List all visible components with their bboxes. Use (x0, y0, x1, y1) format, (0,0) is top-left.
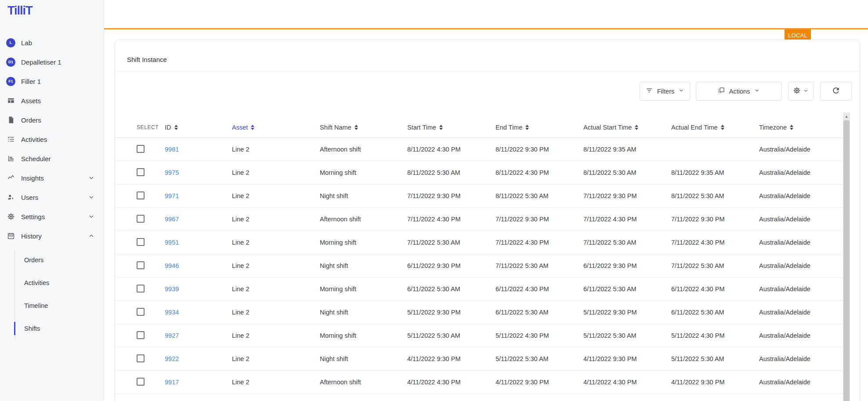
table-row: 9971 Line 2 Night shift 7/11/2022 9:30 P… (115, 184, 843, 208)
column-header-timezone[interactable]: Timezone (759, 124, 843, 131)
scrollbar-up-button[interactable]: ▲ (843, 112, 850, 120)
column-header-label: End Time (495, 124, 522, 131)
column-header-actual-end-time[interactable]: Actual End Time (671, 124, 759, 131)
subnav-item-label: Orders (24, 256, 43, 264)
row-select-cell (137, 331, 165, 340)
sidebar-item-filler-1[interactable]: F1 Filler 1 (0, 72, 104, 91)
page-title: Shift Instance (127, 56, 167, 63)
sort-icon (635, 125, 638, 130)
shift-id-link[interactable]: 9975 (165, 169, 179, 176)
sidebar-item-users[interactable]: Users (0, 188, 104, 207)
row-select-cell (137, 215, 165, 224)
sidebar-item-scheduler[interactable]: Scheduler (0, 149, 104, 168)
row-checkbox[interactable] (137, 285, 145, 293)
column-header-id[interactable]: ID (165, 124, 232, 131)
column-header-start-time[interactable]: Start Time (407, 124, 495, 131)
row-timezone-cell: Australia/Adelaide (759, 239, 843, 246)
row-checkbox[interactable] (137, 145, 145, 153)
row-actual-start-time-cell: 5/11/2022 5:30 AM (583, 332, 671, 339)
table-row: 9934 Line 2 Night shift 5/11/2022 9:30 P… (115, 301, 843, 324)
shift-id-link[interactable]: 9922 (165, 355, 179, 362)
table-row: 9922 Line 2 Night shift 4/11/2022 9:30 P… (115, 347, 843, 371)
sidebar-item-activities[interactable]: Activities (0, 130, 104, 149)
column-header-label: Shift Name (320, 124, 351, 131)
table-settings-button[interactable] (788, 82, 814, 101)
row-start-time-cell: 4/11/2022 9:30 PM (407, 355, 495, 362)
shift-id-link[interactable]: 9917 (165, 379, 179, 386)
sidebar-item-assets[interactable]: Assets (0, 91, 104, 110)
shift-id-link[interactable]: 9967 (165, 216, 179, 223)
shift-id-link[interactable]: 9939 (165, 285, 179, 293)
actions-button[interactable]: Actions (696, 82, 781, 101)
row-timezone-cell: Australia/Adelaide (759, 285, 843, 293)
sidebar-item-settings[interactable]: Settings (0, 207, 104, 226)
row-timezone-cell: Australia/Adelaide (759, 146, 843, 153)
column-header-actual-start-time[interactable]: Actual Start Time (583, 124, 671, 131)
row-select-cell (137, 354, 165, 364)
row-checkbox[interactable] (137, 215, 145, 223)
subnav-item-orders[interactable]: Orders (0, 249, 104, 271)
row-end-time-cell: 5/11/2022 5:30 AM (495, 355, 583, 362)
shift-id-link[interactable]: 9934 (165, 309, 179, 316)
row-checkbox[interactable] (137, 168, 145, 176)
row-actual-end-time-cell: 6/11/2022 4:30 PM (671, 285, 759, 293)
row-actual-end-time-cell: 4/11/2022 9:30 PM (671, 379, 759, 386)
activities-icon (6, 135, 15, 144)
row-timezone-cell: Australia/Adelaide (759, 355, 843, 362)
column-header-end-time[interactable]: End Time (495, 124, 583, 131)
column-header-select: SELECT (137, 124, 165, 130)
row-end-time-cell: 4/11/2022 9:30 PM (495, 379, 583, 386)
shift-id-link[interactable]: 9951 (165, 239, 179, 246)
row-asset-cell: Line 2 (232, 262, 320, 269)
row-actual-end-time-cell: 7/11/2022 9:30 PM (671, 216, 759, 223)
row-asset-cell: Line 2 (232, 192, 320, 199)
row-select-cell (137, 145, 165, 154)
row-checkbox[interactable] (137, 378, 145, 386)
filters-button[interactable]: Filters (640, 82, 690, 101)
row-shift-name-cell: Night shift (320, 355, 407, 362)
chevron-down-icon (678, 87, 684, 95)
divider (115, 71, 860, 72)
row-shift-name-cell: Morning shift (320, 332, 407, 339)
row-asset-cell: Line 2 (232, 332, 320, 339)
row-checkbox[interactable] (137, 354, 145, 362)
row-id-cell: 9917 (165, 379, 232, 386)
row-id-cell: 9967 (165, 216, 232, 223)
row-timezone-cell: Australia/Adelaide (759, 332, 843, 339)
refresh-button[interactable] (820, 82, 852, 101)
shift-id-link[interactable]: 9946 (165, 262, 179, 269)
sidebar-item-orders[interactable]: Orders (0, 110, 104, 130)
row-asset-cell: Line 2 (232, 239, 320, 246)
subnav-item-shifts[interactable]: Shifts (0, 317, 104, 340)
sidebar-item-lab[interactable]: L Lab (0, 33, 104, 52)
sidebar-item-insights[interactable]: Insights (0, 168, 104, 188)
sidebar-item-depalletiser-1[interactable]: D1 Depalletiser 1 (0, 52, 104, 72)
chevron-up-icon (88, 232, 95, 239)
shift-id-link[interactable]: 9971 (165, 192, 179, 199)
row-checkbox[interactable] (137, 191, 145, 199)
row-select-cell (137, 191, 165, 201)
row-actual-end-time-cell: 6/11/2022 5:30 AM (671, 309, 759, 316)
row-actual-start-time-cell: 4/11/2022 4:30 PM (583, 379, 671, 386)
subnav-item-activities[interactable]: Activities (0, 271, 104, 294)
sidebar-item-history[interactable]: History (0, 226, 104, 246)
column-header-asset[interactable]: Asset (232, 124, 320, 131)
row-actual-start-time-cell: 7/11/2022 4:30 PM (583, 216, 671, 223)
chevron-down-icon (88, 174, 95, 181)
row-checkbox[interactable] (137, 261, 145, 269)
row-asset-cell: Line 2 (232, 216, 320, 223)
row-checkbox[interactable] (137, 238, 145, 246)
shift-id-link[interactable]: 9981 (165, 146, 179, 153)
row-id-cell: 9971 (165, 192, 232, 199)
scrollbar-thumb[interactable] (843, 120, 850, 401)
refresh-icon (832, 86, 840, 96)
shift-id-link[interactable]: 9927 (165, 332, 179, 339)
column-header-shift-name[interactable]: Shift Name (320, 124, 407, 131)
avatar: D1 (6, 58, 15, 67)
table-row: 9927 Line 2 Morning shift 5/11/2022 5:30… (115, 324, 843, 347)
row-checkbox[interactable] (137, 331, 145, 339)
subnav-item-timeline[interactable]: Timeline (0, 294, 104, 317)
row-checkbox[interactable] (137, 308, 145, 316)
row-actual-end-time-cell: 5/11/2022 5:30 AM (671, 355, 759, 362)
row-actual-start-time-cell: 8/11/2022 5:30 AM (583, 169, 671, 176)
